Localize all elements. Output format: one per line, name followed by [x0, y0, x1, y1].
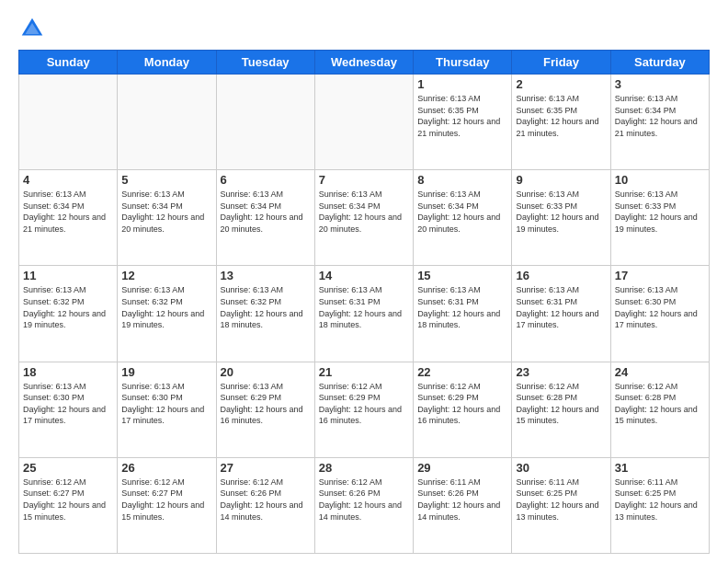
calendar-cell: 3Sunrise: 6:13 AM Sunset: 6:34 PM Daylig…: [610, 75, 709, 170]
calendar-header-wednesday: Wednesday: [314, 51, 413, 75]
day-info: Sunrise: 6:13 AM Sunset: 6:34 PM Dayligh…: [319, 189, 409, 235]
calendar-cell: 26Sunrise: 6:12 AM Sunset: 6:27 PM Dayli…: [118, 457, 216, 553]
day-info: Sunrise: 6:12 AM Sunset: 6:27 PM Dayligh…: [23, 477, 113, 523]
day-info: Sunrise: 6:12 AM Sunset: 6:29 PM Dayligh…: [417, 381, 507, 427]
day-info: Sunrise: 6:12 AM Sunset: 6:29 PM Dayligh…: [319, 381, 409, 427]
day-number: 20: [221, 365, 311, 379]
day-number: 1: [417, 77, 507, 91]
day-number: 5: [121, 173, 211, 187]
calendar-cell: 10Sunrise: 6:13 AM Sunset: 6:33 PM Dayli…: [610, 170, 709, 266]
day-info: Sunrise: 6:13 AM Sunset: 6:34 PM Dayligh…: [121, 189, 211, 235]
calendar-header-friday: Friday: [512, 51, 610, 75]
day-number: 18: [23, 365, 113, 379]
calendar-week-2: 11Sunrise: 6:13 AM Sunset: 6:32 PM Dayli…: [19, 266, 710, 362]
day-info: Sunrise: 6:13 AM Sunset: 6:34 PM Dayligh…: [221, 189, 311, 235]
day-number: 28: [319, 461, 409, 475]
day-info: Sunrise: 6:13 AM Sunset: 6:30 PM Dayligh…: [23, 381, 113, 427]
day-info: Sunrise: 6:13 AM Sunset: 6:30 PM Dayligh…: [615, 284, 705, 330]
calendar-header-saturday: Saturday: [610, 51, 709, 75]
day-info: Sunrise: 6:13 AM Sunset: 6:29 PM Dayligh…: [221, 381, 311, 427]
day-info: Sunrise: 6:13 AM Sunset: 6:31 PM Dayligh…: [319, 284, 409, 330]
calendar-week-4: 25Sunrise: 6:12 AM Sunset: 6:27 PM Dayli…: [19, 457, 710, 553]
day-number: 13: [221, 269, 311, 282]
calendar-cell: 27Sunrise: 6:12 AM Sunset: 6:26 PM Dayli…: [216, 457, 314, 553]
day-number: 29: [417, 461, 507, 475]
calendar-cell: 20Sunrise: 6:13 AM Sunset: 6:29 PM Dayli…: [216, 362, 314, 457]
day-info: Sunrise: 6:13 AM Sunset: 6:34 PM Dayligh…: [615, 93, 705, 139]
calendar-table: SundayMondayTuesdayWednesdayThursdayFrid…: [18, 50, 710, 554]
calendar-cell: 5Sunrise: 6:13 AM Sunset: 6:34 PM Daylig…: [118, 170, 216, 266]
calendar-cell: [314, 75, 413, 170]
day-number: 2: [516, 77, 606, 91]
day-info: Sunrise: 6:13 AM Sunset: 6:32 PM Dayligh…: [121, 284, 211, 330]
day-info: Sunrise: 6:13 AM Sunset: 6:30 PM Dayligh…: [121, 381, 211, 427]
calendar-cell: 11Sunrise: 6:13 AM Sunset: 6:32 PM Dayli…: [19, 266, 118, 362]
day-info: Sunrise: 6:11 AM Sunset: 6:26 PM Dayligh…: [417, 477, 507, 523]
day-info: Sunrise: 6:12 AM Sunset: 6:28 PM Dayligh…: [615, 381, 705, 427]
calendar-header-tuesday: Tuesday: [216, 51, 314, 75]
calendar-week-3: 18Sunrise: 6:13 AM Sunset: 6:30 PM Dayli…: [19, 362, 710, 457]
day-info: Sunrise: 6:11 AM Sunset: 6:25 PM Dayligh…: [516, 477, 606, 523]
calendar-cell: 18Sunrise: 6:13 AM Sunset: 6:30 PM Dayli…: [19, 362, 118, 457]
day-number: 16: [516, 269, 606, 282]
day-number: 27: [221, 461, 311, 475]
calendar-cell: 23Sunrise: 6:12 AM Sunset: 6:28 PM Dayli…: [512, 362, 610, 457]
calendar-cell: 25Sunrise: 6:12 AM Sunset: 6:27 PM Dayli…: [19, 457, 118, 553]
calendar-cell: [216, 75, 314, 170]
calendar-week-1: 4Sunrise: 6:13 AM Sunset: 6:34 PM Daylig…: [19, 170, 710, 266]
calendar-cell: 16Sunrise: 6:13 AM Sunset: 6:31 PM Dayli…: [512, 266, 610, 362]
day-number: 9: [516, 173, 606, 187]
day-number: 7: [319, 173, 409, 187]
day-number: 23: [516, 365, 606, 379]
day-info: Sunrise: 6:13 AM Sunset: 6:31 PM Dayligh…: [516, 284, 606, 330]
calendar-cell: 29Sunrise: 6:11 AM Sunset: 6:26 PM Dayli…: [414, 457, 512, 553]
day-info: Sunrise: 6:12 AM Sunset: 6:27 PM Dayligh…: [121, 477, 211, 523]
calendar-cell: 12Sunrise: 6:13 AM Sunset: 6:32 PM Dayli…: [118, 266, 216, 362]
day-number: 14: [319, 269, 409, 282]
day-info: Sunrise: 6:13 AM Sunset: 6:32 PM Dayligh…: [23, 284, 113, 330]
day-number: 22: [417, 365, 507, 379]
day-number: 12: [121, 269, 211, 282]
day-info: Sunrise: 6:13 AM Sunset: 6:32 PM Dayligh…: [221, 284, 311, 330]
day-number: 24: [615, 365, 705, 379]
calendar-cell: 19Sunrise: 6:13 AM Sunset: 6:30 PM Dayli…: [118, 362, 216, 457]
day-number: 25: [23, 461, 113, 475]
day-info: Sunrise: 6:13 AM Sunset: 6:33 PM Dayligh…: [615, 189, 705, 235]
logo-icon: [18, 15, 46, 42]
calendar-cell: 22Sunrise: 6:12 AM Sunset: 6:29 PM Dayli…: [414, 362, 512, 457]
calendar-header-sunday: Sunday: [19, 51, 118, 75]
day-number: 21: [319, 365, 409, 379]
calendar-cell: 15Sunrise: 6:13 AM Sunset: 6:31 PM Dayli…: [414, 266, 512, 362]
day-number: 30: [516, 461, 606, 475]
day-number: 19: [121, 365, 211, 379]
day-number: 17: [615, 269, 705, 282]
calendar-cell: 17Sunrise: 6:13 AM Sunset: 6:30 PM Dayli…: [610, 266, 709, 362]
day-info: Sunrise: 6:13 AM Sunset: 6:34 PM Dayligh…: [417, 189, 507, 235]
calendar-cell: 9Sunrise: 6:13 AM Sunset: 6:33 PM Daylig…: [512, 170, 610, 266]
logo: [18, 15, 50, 42]
day-info: Sunrise: 6:13 AM Sunset: 6:33 PM Dayligh…: [516, 189, 606, 235]
day-info: Sunrise: 6:12 AM Sunset: 6:26 PM Dayligh…: [319, 477, 409, 523]
calendar-cell: 21Sunrise: 6:12 AM Sunset: 6:29 PM Dayli…: [314, 362, 413, 457]
calendar-week-0: 1Sunrise: 6:13 AM Sunset: 6:35 PM Daylig…: [19, 75, 710, 170]
day-number: 31: [615, 461, 705, 475]
page: SundayMondayTuesdayWednesdayThursdayFrid…: [0, 0, 728, 563]
calendar-cell: 24Sunrise: 6:12 AM Sunset: 6:28 PM Dayli…: [610, 362, 709, 457]
day-number: 8: [417, 173, 507, 187]
calendar-cell: [118, 75, 216, 170]
day-number: 3: [615, 77, 705, 91]
calendar-cell: 28Sunrise: 6:12 AM Sunset: 6:26 PM Dayli…: [314, 457, 413, 553]
calendar-cell: 6Sunrise: 6:13 AM Sunset: 6:34 PM Daylig…: [216, 170, 314, 266]
day-info: Sunrise: 6:13 AM Sunset: 6:31 PM Dayligh…: [417, 284, 507, 330]
day-info: Sunrise: 6:12 AM Sunset: 6:26 PM Dayligh…: [221, 477, 311, 523]
header: [18, 15, 710, 42]
day-info: Sunrise: 6:13 AM Sunset: 6:34 PM Dayligh…: [23, 189, 113, 235]
day-number: 15: [417, 269, 507, 282]
calendar-header-thursday: Thursday: [414, 51, 512, 75]
calendar-cell: 13Sunrise: 6:13 AM Sunset: 6:32 PM Dayli…: [216, 266, 314, 362]
day-info: Sunrise: 6:13 AM Sunset: 6:35 PM Dayligh…: [516, 93, 606, 139]
calendar-cell: 2Sunrise: 6:13 AM Sunset: 6:35 PM Daylig…: [512, 75, 610, 170]
day-number: 4: [23, 173, 113, 187]
day-info: Sunrise: 6:11 AM Sunset: 6:25 PM Dayligh…: [615, 477, 705, 523]
calendar-cell: 30Sunrise: 6:11 AM Sunset: 6:25 PM Dayli…: [512, 457, 610, 553]
